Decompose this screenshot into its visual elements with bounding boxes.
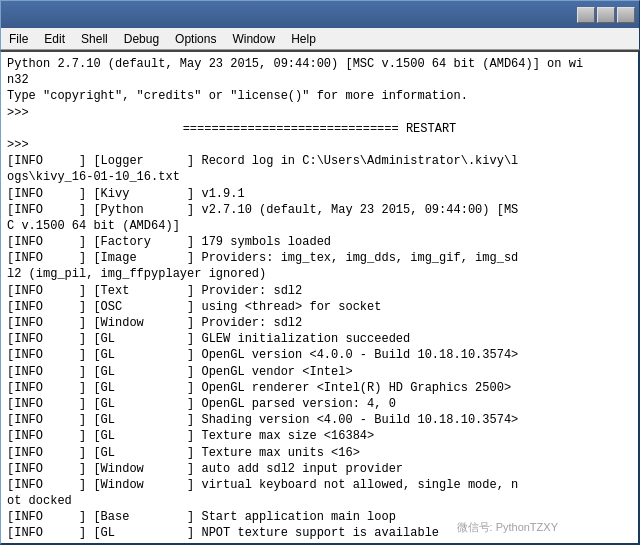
shell-line: [INFO ] [Window ] auto add sdl2 input pr… bbox=[7, 461, 632, 477]
shell-line: [INFO ] [GL ] Texture max units <16> bbox=[7, 445, 632, 461]
window-controls bbox=[577, 7, 635, 23]
menu-item-options[interactable]: Options bbox=[167, 30, 224, 48]
shell-line: >>> bbox=[7, 105, 632, 121]
shell-line: ============================== RESTART bbox=[7, 121, 632, 137]
shell-line: [INFO ] [Window ] Provider: sdl2 bbox=[7, 315, 632, 331]
shell-line: >>> bbox=[7, 137, 632, 153]
shell-line: Type "copyright", "credits" or "license(… bbox=[7, 88, 632, 104]
shell-line: [INFO ] [Image ] Providers: img_tex, img… bbox=[7, 250, 632, 282]
menu-item-window[interactable]: Window bbox=[224, 30, 283, 48]
shell-line: [INFO ] [GL ] OpenGL renderer <Intel(R) … bbox=[7, 380, 632, 396]
menu-item-file[interactable]: File bbox=[1, 30, 36, 48]
menu-item-shell[interactable]: Shell bbox=[73, 30, 116, 48]
watermark: 微信号: PythonTZXY bbox=[457, 520, 558, 535]
shell-line: [INFO ] [Window ] virtual keyboard not a… bbox=[7, 477, 632, 509]
shell-line: [INFO ] [GL ] OpenGL vendor <Intel> bbox=[7, 364, 632, 380]
shell-line: [INFO ] [Factory ] 179 symbols loaded bbox=[7, 234, 632, 250]
shell-line: [INFO ] [Text ] Provider: sdl2 bbox=[7, 283, 632, 299]
shell-line: [INFO ] [GL ] Texture max size <16384> bbox=[7, 428, 632, 444]
minimize-button[interactable] bbox=[577, 7, 595, 23]
shell-line: [INFO ] [Logger ] Record log in C:\Users… bbox=[7, 153, 632, 185]
shell-line: [INFO ] [GL ] GLEW initialization succee… bbox=[7, 331, 632, 347]
title-bar bbox=[0, 0, 640, 28]
menu-item-debug[interactable]: Debug bbox=[116, 30, 167, 48]
shell-line: [INFO ] [Kivy ] v1.9.1 bbox=[7, 186, 632, 202]
shell-line: [INFO ] [OSC ] using <thread> for socket bbox=[7, 299, 632, 315]
menu-item-help[interactable]: Help bbox=[283, 30, 324, 48]
shell-line: Python 2.7.10 (default, May 23 2015, 09:… bbox=[7, 56, 632, 88]
shell-line: [INFO ] [Python ] v2.7.10 (default, May … bbox=[7, 202, 632, 234]
maximize-button[interactable] bbox=[597, 7, 615, 23]
close-button[interactable] bbox=[617, 7, 635, 23]
shell-line: [INFO ] [GL ] OpenGL version <4.0.0 - Bu… bbox=[7, 347, 632, 363]
shell-output[interactable]: Python 2.7.10 (default, May 23 2015, 09:… bbox=[0, 50, 640, 545]
shell-line: [INFO ] [GL ] OpenGL parsed version: 4, … bbox=[7, 396, 632, 412]
menu-bar: FileEditShellDebugOptionsWindowHelp bbox=[0, 28, 640, 50]
shell-line: [INFO ] [GL ] Shading version <4.00 - Bu… bbox=[7, 412, 632, 428]
menu-item-edit[interactable]: Edit bbox=[36, 30, 73, 48]
